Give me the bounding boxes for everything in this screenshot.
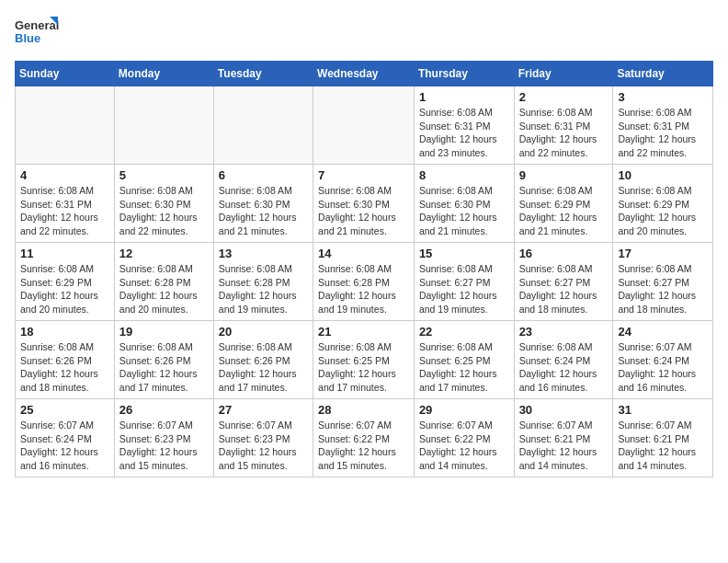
calendar-day-cell: 8Sunrise: 6:08 AM Sunset: 6:30 PM Daylig… <box>414 165 514 243</box>
day-info: Sunrise: 6:08 AM Sunset: 6:30 PM Dayligh… <box>119 184 209 238</box>
day-number: 30 <box>519 403 609 417</box>
day-info: Sunrise: 6:08 AM Sunset: 6:31 PM Dayligh… <box>20 184 109 238</box>
calendar-day-cell: 24Sunrise: 6:07 AM Sunset: 6:24 PM Dayli… <box>613 321 713 399</box>
calendar-day-cell: 14Sunrise: 6:08 AM Sunset: 6:28 PM Dayli… <box>313 243 415 321</box>
day-number: 20 <box>219 325 308 339</box>
day-number: 16 <box>519 247 609 260</box>
calendar-day-cell: 21Sunrise: 6:08 AM Sunset: 6:25 PM Dayli… <box>313 321 415 399</box>
logo: GeneralBlue <box>15 15 59 50</box>
calendar-day-cell <box>114 86 213 165</box>
calendar-day-cell: 10Sunrise: 6:08 AM Sunset: 6:29 PM Dayli… <box>613 165 713 243</box>
day-number: 7 <box>318 168 409 182</box>
weekday-header: Thursday <box>414 62 514 86</box>
day-info: Sunrise: 6:07 AM Sunset: 6:23 PM Dayligh… <box>119 419 209 473</box>
day-number: 17 <box>618 247 708 260</box>
calendar-day-cell: 4Sunrise: 6:08 AM Sunset: 6:31 PM Daylig… <box>16 165 115 243</box>
calendar-day-cell: 29Sunrise: 6:07 AM Sunset: 6:22 PM Dayli… <box>414 399 514 477</box>
weekday-header: Wednesday <box>313 62 415 86</box>
calendar-day-cell: 20Sunrise: 6:08 AM Sunset: 6:26 PM Dayli… <box>213 321 313 399</box>
day-info: Sunrise: 6:08 AM Sunset: 6:27 PM Dayligh… <box>519 262 609 316</box>
day-info: Sunrise: 6:07 AM Sunset: 6:22 PM Dayligh… <box>419 419 509 473</box>
day-info: Sunrise: 6:07 AM Sunset: 6:24 PM Dayligh… <box>618 340 708 395</box>
day-number: 10 <box>618 168 708 182</box>
day-info: Sunrise: 6:07 AM Sunset: 6:24 PM Dayligh… <box>20 419 109 473</box>
calendar-day-cell: 12Sunrise: 6:08 AM Sunset: 6:28 PM Dayli… <box>114 243 213 321</box>
day-info: Sunrise: 6:08 AM Sunset: 6:26 PM Dayligh… <box>219 340 308 395</box>
calendar-day-cell <box>16 86 115 165</box>
calendar-day-cell: 23Sunrise: 6:08 AM Sunset: 6:24 PM Dayli… <box>514 321 613 399</box>
day-info: Sunrise: 6:08 AM Sunset: 6:25 PM Dayligh… <box>318 340 409 395</box>
calendar-day-cell: 6Sunrise: 6:08 AM Sunset: 6:30 PM Daylig… <box>213 165 313 243</box>
calendar-table: SundayMondayTuesdayWednesdayThursdayFrid… <box>15 61 713 477</box>
calendar-week-row: 25Sunrise: 6:07 AM Sunset: 6:24 PM Dayli… <box>16 399 713 477</box>
day-number: 15 <box>419 247 509 260</box>
day-number: 4 <box>20 168 109 182</box>
day-info: Sunrise: 6:08 AM Sunset: 6:25 PM Dayligh… <box>419 340 509 395</box>
day-info: Sunrise: 6:08 AM Sunset: 6:24 PM Dayligh… <box>519 340 609 395</box>
weekday-header: Friday <box>514 62 613 86</box>
day-info: Sunrise: 6:08 AM Sunset: 6:29 PM Dayligh… <box>20 262 109 316</box>
calendar-day-cell: 9Sunrise: 6:08 AM Sunset: 6:29 PM Daylig… <box>514 165 613 243</box>
day-number: 6 <box>219 168 308 182</box>
day-number: 24 <box>618 325 708 339</box>
day-number: 11 <box>20 247 109 260</box>
day-number: 1 <box>419 90 509 104</box>
calendar-day-cell: 28Sunrise: 6:07 AM Sunset: 6:22 PM Dayli… <box>313 399 415 477</box>
day-info: Sunrise: 6:08 AM Sunset: 6:31 PM Dayligh… <box>419 106 509 160</box>
day-number: 25 <box>20 403 109 417</box>
day-number: 12 <box>119 247 209 260</box>
calendar-day-cell: 18Sunrise: 6:08 AM Sunset: 6:26 PM Dayli… <box>16 321 115 399</box>
day-info: Sunrise: 6:07 AM Sunset: 6:21 PM Dayligh… <box>519 419 609 473</box>
day-info: Sunrise: 6:08 AM Sunset: 6:27 PM Dayligh… <box>419 262 509 316</box>
calendar-week-row: 11Sunrise: 6:08 AM Sunset: 6:29 PM Dayli… <box>16 243 713 321</box>
day-info: Sunrise: 6:08 AM Sunset: 6:26 PM Dayligh… <box>119 340 209 395</box>
calendar-day-cell: 11Sunrise: 6:08 AM Sunset: 6:29 PM Dayli… <box>16 243 115 321</box>
page-header: GeneralBlue <box>15 15 713 50</box>
day-info: Sunrise: 6:08 AM Sunset: 6:31 PM Dayligh… <box>519 106 609 160</box>
calendar-day-cell: 26Sunrise: 6:07 AM Sunset: 6:23 PM Dayli… <box>114 399 213 477</box>
day-info: Sunrise: 6:07 AM Sunset: 6:22 PM Dayligh… <box>318 419 409 473</box>
calendar-day-cell: 13Sunrise: 6:08 AM Sunset: 6:28 PM Dayli… <box>213 243 313 321</box>
day-number: 27 <box>219 403 308 417</box>
day-number: 5 <box>119 168 209 182</box>
calendar-week-row: 18Sunrise: 6:08 AM Sunset: 6:26 PM Dayli… <box>16 321 713 399</box>
day-info: Sunrise: 6:08 AM Sunset: 6:30 PM Dayligh… <box>419 184 509 238</box>
calendar-day-cell: 25Sunrise: 6:07 AM Sunset: 6:24 PM Dayli… <box>16 399 115 477</box>
calendar-day-cell <box>313 86 415 165</box>
calendar-day-cell: 3Sunrise: 6:08 AM Sunset: 6:31 PM Daylig… <box>613 86 713 165</box>
calendar-day-cell: 7Sunrise: 6:08 AM Sunset: 6:30 PM Daylig… <box>313 165 415 243</box>
day-info: Sunrise: 6:08 AM Sunset: 6:28 PM Dayligh… <box>219 262 308 316</box>
day-number: 14 <box>318 247 409 260</box>
day-info: Sunrise: 6:08 AM Sunset: 6:30 PM Dayligh… <box>219 184 308 238</box>
weekday-header: Sunday <box>16 62 115 86</box>
day-number: 21 <box>318 325 409 339</box>
day-info: Sunrise: 6:08 AM Sunset: 6:27 PM Dayligh… <box>618 262 708 316</box>
day-info: Sunrise: 6:08 AM Sunset: 6:29 PM Dayligh… <box>519 184 609 238</box>
day-number: 18 <box>20 325 109 339</box>
day-number: 31 <box>618 403 708 417</box>
weekday-header: Saturday <box>613 62 713 86</box>
svg-text:Blue: Blue <box>15 31 40 45</box>
calendar-day-cell: 22Sunrise: 6:08 AM Sunset: 6:25 PM Dayli… <box>414 321 514 399</box>
calendar-day-cell: 19Sunrise: 6:08 AM Sunset: 6:26 PM Dayli… <box>114 321 213 399</box>
calendar-day-cell: 27Sunrise: 6:07 AM Sunset: 6:23 PM Dayli… <box>213 399 313 477</box>
day-number: 8 <box>419 168 509 182</box>
calendar-day-cell: 30Sunrise: 6:07 AM Sunset: 6:21 PM Dayli… <box>514 399 613 477</box>
logo-icon: GeneralBlue <box>15 15 59 50</box>
day-number: 23 <box>519 325 609 339</box>
day-info: Sunrise: 6:08 AM Sunset: 6:31 PM Dayligh… <box>618 106 708 160</box>
calendar-week-row: 1Sunrise: 6:08 AM Sunset: 6:31 PM Daylig… <box>16 86 713 165</box>
calendar-week-row: 4Sunrise: 6:08 AM Sunset: 6:31 PM Daylig… <box>16 165 713 243</box>
svg-text:General: General <box>15 18 59 32</box>
calendar-day-cell: 31Sunrise: 6:07 AM Sunset: 6:21 PM Dayli… <box>613 399 713 477</box>
day-number: 19 <box>119 325 209 339</box>
day-info: Sunrise: 6:08 AM Sunset: 6:28 PM Dayligh… <box>318 262 409 316</box>
calendar-day-cell: 16Sunrise: 6:08 AM Sunset: 6:27 PM Dayli… <box>514 243 613 321</box>
day-info: Sunrise: 6:07 AM Sunset: 6:21 PM Dayligh… <box>618 419 708 473</box>
day-info: Sunrise: 6:08 AM Sunset: 6:28 PM Dayligh… <box>119 262 209 316</box>
day-info: Sunrise: 6:07 AM Sunset: 6:23 PM Dayligh… <box>219 419 308 473</box>
day-info: Sunrise: 6:08 AM Sunset: 6:30 PM Dayligh… <box>318 184 409 238</box>
day-number: 28 <box>318 403 409 417</box>
calendar-day-cell: 15Sunrise: 6:08 AM Sunset: 6:27 PM Dayli… <box>414 243 514 321</box>
calendar-day-cell: 17Sunrise: 6:08 AM Sunset: 6:27 PM Dayli… <box>613 243 713 321</box>
